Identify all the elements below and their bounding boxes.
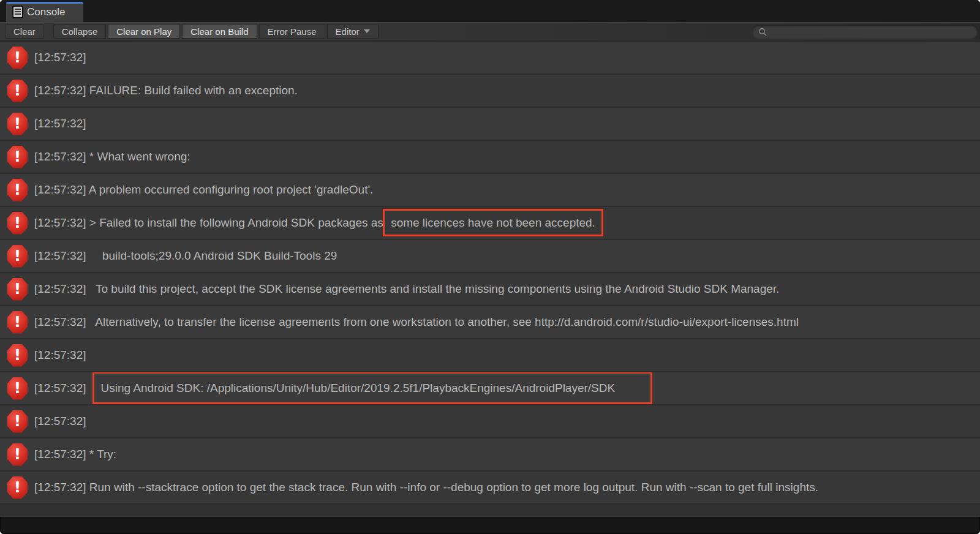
error-icon: ! — [7, 344, 28, 367]
search-icon — [758, 28, 767, 36]
error-icon: ! — [7, 311, 28, 334]
tab-active-indicator — [6, 2, 83, 4]
log-message: [12:57:32] FAILURE: Build failed with an… — [34, 84, 298, 97]
log-text: * Try: — [86, 448, 117, 461]
log-timestamp: [12:57:32] — [34, 348, 86, 361]
console-toolbar: ClearCollapseClear on PlayClear on Build… — [0, 22, 980, 40]
log-text: * What went wrong: — [86, 150, 190, 163]
log-entry[interactable]: ! [12:57:32] — [0, 338, 980, 371]
log-message: [12:57:32] * What went wrong: — [34, 150, 190, 164]
log-timestamp: [12:57:32] — [34, 415, 86, 427]
log-timestamp: [12:57:32] — [34, 150, 86, 163]
log-text: FAILURE: Build failed with an exception. — [86, 84, 298, 97]
log-message: [12:57:32] — [34, 415, 86, 428]
toolbar-button-collapse[interactable]: Collapse — [53, 24, 106, 39]
error-icon: ! — [7, 179, 28, 201]
log-entry[interactable]: ! [12:57:32] Alternatively, to transfer … — [0, 305, 980, 338]
tab-label: Console — [27, 6, 65, 18]
log-timestamp: [12:57:32] — [34, 216, 86, 229]
toolbar-button-clear-on-build[interactable]: Clear on Build — [182, 24, 257, 39]
log-text: Alternatively, to transfer the license a… — [86, 315, 799, 328]
log-entry[interactable]: ! [12:57:32] build-tools;29.0.0 Android … — [0, 239, 980, 272]
error-icon: ! — [7, 146, 28, 168]
toolbar-button-label: Clear — [13, 26, 36, 37]
toolbar-button-label: Error Pause — [268, 26, 317, 37]
log-entry[interactable]: ! [12:57:32] — [0, 40, 980, 73]
log-entry[interactable]: ! [12:57:32] — [0, 107, 980, 140]
toolbar-button-label: Clear on Play — [116, 26, 172, 37]
log-timestamp: [12:57:32] — [34, 84, 86, 97]
log-message: [12:57:32] To build this project, accept… — [34, 282, 779, 296]
log-timestamp: [12:57:32] — [34, 183, 86, 196]
log-message: [12:57:32] * Try: — [34, 448, 116, 461]
log-message: [12:57:32] — [34, 117, 86, 130]
log-message: [12:57:32] — [34, 348, 86, 362]
log-entry[interactable]: ! [12:57:32]Using Android SDK: /Applicat… — [0, 371, 980, 404]
log-timestamp: [12:57:32] — [34, 382, 86, 394]
toolbar-button-error-pause[interactable]: Error Pause — [259, 24, 325, 39]
error-icon: ! — [7, 212, 28, 235]
error-icon: ! — [7, 443, 28, 466]
log-text: A problem occurred configuring root proj… — [86, 183, 374, 196]
tab-bar: Console — [0, 0, 980, 22]
log-text: Run with --stacktrace option to get the … — [86, 481, 818, 494]
log-text: build-tools;29.0.0 Android SDK Build-Too… — [86, 249, 337, 262]
toolbar-button-clear-on-play[interactable]: Clear on Play — [108, 24, 180, 39]
log-message: [12:57:32] Run with --stacktrace option … — [34, 481, 818, 494]
error-icon: ! — [7, 47, 28, 69]
log-entry[interactable]: ! [12:57:32] Run with --stacktrace optio… — [0, 470, 980, 503]
console-log-empty-area — [0, 503, 980, 517]
log-message: [12:57:32]Using Android SDK: /Applicatio… — [34, 382, 615, 395]
log-entry[interactable]: ! [12:57:32] > Failed to install the fol… — [0, 206, 980, 239]
log-entry[interactable]: ! [12:57:32] * Try: — [0, 437, 980, 470]
log-entry[interactable]: ! [12:57:32] A problem occurred configur… — [0, 173, 980, 206]
error-icon: ! — [7, 245, 28, 268]
error-icon: ! — [7, 377, 28, 400]
toolbar-button-clear[interactable]: Clear — [5, 24, 44, 39]
log-entry[interactable]: ! [12:57:32] FAILURE: Build failed with … — [0, 73, 980, 107]
log-timestamp: [12:57:32] — [34, 448, 86, 461]
log-timestamp: [12:57:32] — [34, 51, 86, 64]
toolbar-button-label: Editor — [336, 26, 360, 37]
toolbar-button-label: Collapse — [62, 26, 97, 37]
toolbar-button-group: ClearCollapseClear on PlayClear on Build… — [4, 24, 379, 39]
console-icon — [13, 7, 22, 17]
console-search[interactable] — [752, 25, 978, 39]
error-icon: ! — [7, 113, 28, 135]
log-message: [12:57:32] build-tools;29.0.0 Android SD… — [34, 249, 337, 263]
unity-console-window: Console ClearCollapseClear on PlayClear … — [0, 0, 980, 534]
toolbar-button-editor[interactable]: Editor — [327, 24, 379, 39]
log-timestamp: [12:57:32] — [34, 117, 86, 130]
error-icon: ! — [7, 278, 28, 301]
log-message: [12:57:32] > Failed to install the follo… — [34, 216, 595, 230]
error-icon: ! — [7, 410, 28, 433]
tab-console[interactable]: Console — [6, 2, 83, 22]
log-message: [12:57:32] — [34, 51, 86, 64]
log-text: > Failed to install the following Androi… — [86, 216, 387, 229]
log-timestamp: [12:57:32] — [34, 282, 86, 295]
log-timestamp: [12:57:32] — [34, 249, 86, 262]
annotation-highlight-box: some licences have not been accepted. — [383, 209, 603, 236]
annotation-highlight-box: Using Android SDK: /Applications/Unity/H… — [92, 372, 653, 404]
log-message: [12:57:32] A problem occurred configurin… — [34, 183, 373, 197]
console-log-list: ! [12:57:32] ! [12:57:32] FAILURE: Build… — [0, 40, 980, 503]
error-icon: ! — [7, 80, 28, 102]
log-entry[interactable]: ! [12:57:32] — [0, 404, 980, 437]
search-input[interactable] — [771, 25, 971, 39]
error-icon: ! — [7, 476, 28, 499]
log-text: To build this project, accept the SDK li… — [86, 282, 780, 295]
log-timestamp: [12:57:32] — [34, 481, 86, 494]
dropdown-arrow-icon — [364, 29, 370, 33]
log-entry[interactable]: ! [12:57:32] * What went wrong: — [0, 140, 980, 173]
toolbar-button-label: Clear on Build — [190, 26, 248, 37]
log-entry[interactable]: ! [12:57:32] To build this project, acce… — [0, 272, 980, 305]
log-message: [12:57:32] Alternatively, to transfer th… — [34, 315, 799, 329]
log-timestamp: [12:57:32] — [34, 315, 86, 328]
